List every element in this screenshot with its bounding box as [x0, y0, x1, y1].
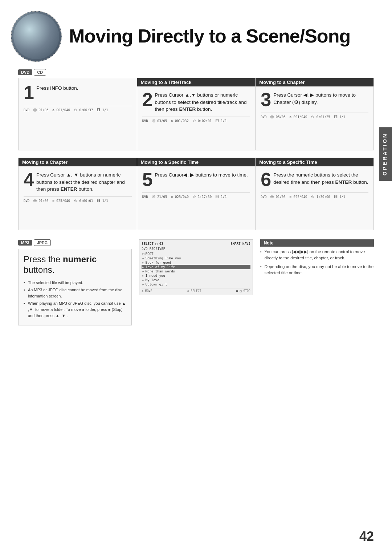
- mp3-bullet-1: The selected file will be played.: [24, 280, 126, 286]
- step-4-status: DVD Ⓗ 01/05 ⚙ 025/040 ⏲ 0:00:01 🎞 1/1: [24, 197, 132, 203]
- step-5-content: 5 Press Cursor◀, ▶ buttons to move to ti…: [142, 170, 250, 189]
- step-6-status: DVD Ⓗ 01/05 ⚙ 025/040 ⏲ 1:30:00 🎞 1/1: [261, 193, 368, 199]
- step-6-header: Moving to a Specific Time: [256, 158, 373, 166]
- step-2-content: 2 Press Cursor ▲,▼ buttons or numeric bu…: [142, 90, 250, 113]
- step-5: Moving to a Specific Time 5 Press Cursor…: [137, 158, 256, 230]
- screen-select-label: SELECT □ 03: [142, 242, 163, 246]
- screen-footer-stop: ■ □ STOP: [236, 289, 250, 293]
- cd-badge: CD: [34, 69, 46, 76]
- step-1: 1 Press INFO button. DVD Ⓗ 01/05 ⚙ 001/0…: [18, 78, 137, 150]
- operation-label: OPERATION: [379, 127, 392, 181]
- screen-item-2: ► Back for good: [142, 260, 250, 265]
- mp3-badge: MP3: [18, 240, 32, 246]
- note-area: Note You can press |◀◀ ▶▶| on the remote…: [260, 239, 374, 278]
- step-5-header: Moving to a Specific Time: [137, 158, 256, 166]
- step-3-number: 3: [261, 90, 271, 109]
- screen-preview: SELECT □ 03 SMART NAVI DVD RECEIVER □ RO…: [139, 239, 253, 295]
- step-3-header: Moving to a Chapter: [256, 78, 373, 86]
- step-3: Moving to a Chapter 3 Press Cursor ◀, ▶ …: [255, 78, 374, 150]
- note-bullet-1: You can press |◀◀ ▶▶| on the remote cont…: [260, 249, 374, 262]
- page-title: Moving Directly to a Scene/Song: [69, 26, 350, 46]
- screen-item-7: ► Uptown girl: [142, 282, 250, 287]
- step-6-number: 6: [261, 170, 271, 189]
- step-4-content: 4 Press Cursor ▲, ▼ buttons or numeric b…: [24, 170, 132, 193]
- step-3-content: 3 Press Cursor ◀, ▶ buttons to move to C…: [261, 90, 368, 109]
- step-2: Moving to a Title/Track 2 Press Cursor ▲…: [137, 78, 256, 150]
- screen-item-3-selected: ► love of my life: [142, 265, 250, 269]
- mp3-box: Press the numeric buttons. The selected …: [18, 249, 132, 325]
- step-5-status: DVD Ⓗ 21/05 ⚙ 025/040 ⏲ 1:17:30 🎞 1/1: [142, 193, 250, 199]
- page-number: 42: [359, 529, 374, 544]
- mp3-bullets: The selected file will be played. An MP3…: [24, 280, 126, 319]
- mp3-press-text: Press the numeric buttons.: [24, 254, 126, 275]
- step-5-number: 5: [142, 170, 153, 189]
- screen-footer: ⊕ MOVE ⊕ SELECT ■ □ STOP: [142, 288, 250, 293]
- screen-item-5: ► I need you: [142, 274, 250, 278]
- step-4-header: Moving to a Chapter: [19, 158, 137, 166]
- dvd-badge: DVD: [18, 69, 32, 75]
- mp3-jpeg-area: MP3 JPEG Press the numeric buttons. The …: [18, 239, 132, 325]
- screen-footer-move: ⊕ MOVE: [142, 289, 152, 293]
- note-bullets: You can press |◀◀ ▶▶| on the remote cont…: [260, 249, 374, 276]
- header-image: [11, 11, 62, 62]
- screen-receiver-label: DVD RECEIVER: [142, 247, 250, 251]
- step-5-text: Press Cursor◀, ▶ buttons to move to time…: [155, 171, 248, 179]
- screen-root-label: ROOT: [146, 252, 154, 256]
- step-2-text: Press Cursor ▲,▼ buttons or numeric butt…: [155, 92, 250, 113]
- screen-item-1: ► Something like you: [142, 256, 250, 260]
- note-bullet-2: Depending on the disc, you may not be ab…: [260, 264, 374, 276]
- step-2-number: 2: [142, 90, 153, 109]
- mp3-bullet-2: An MP3 or JPEG disc cannot be moved from…: [24, 287, 126, 299]
- step-3-text: Press Cursor ◀, ▶ buttons to move to Cha…: [273, 92, 368, 106]
- step-1-content: 1 Press INFO button.: [24, 83, 132, 102]
- mp3-jpeg-badges: MP3 JPEG: [18, 239, 132, 246]
- step-1-text: Press INFO button.: [36, 85, 78, 92]
- step-1-status: DVD Ⓗ 01/05 ⚙ 001/040 ⏲ 0:00:37 🎞 1/1: [24, 106, 132, 113]
- step-1-number: 1: [24, 83, 34, 102]
- screen-root-arrow: □: [142, 252, 144, 256]
- note-header: Note: [260, 239, 374, 247]
- screen-item-4: ► More than words: [142, 269, 250, 274]
- page-header: Moving Directly to a Scene/Song: [0, 0, 392, 65]
- screen-smart-navi: SMART NAVI: [230, 242, 250, 246]
- screen-footer-select: ⊕ SELECT: [187, 289, 201, 293]
- step-4-text: Press Cursor ▲, ▼ buttons or numeric but…: [36, 171, 132, 193]
- mp3-bullet-3: When playing an MP3 or JPEG disc, you ca…: [24, 300, 126, 319]
- screen-item-6: ► My love: [142, 278, 250, 282]
- step-6: Moving to a Specific Time 6 Press the nu…: [255, 158, 374, 230]
- step-2-status: DVD Ⓗ 03/05 ⚙ 001/032 ⏲ 0:02:01 🎞 1/1: [142, 117, 250, 123]
- bottom-section: MP3 JPEG Press the numeric buttons. The …: [18, 239, 374, 325]
- step-4: Moving to a Chapter 4 Press Cursor ▲, ▼ …: [18, 158, 137, 230]
- step-4-number: 4: [24, 170, 34, 189]
- jpeg-badge: JPEG: [34, 239, 51, 246]
- steps-row-2: Moving to a Chapter 4 Press Cursor ▲, ▼ …: [18, 158, 374, 230]
- step-6-text: Press the numeric buttons to select the …: [273, 171, 368, 186]
- step-3-status: DVD Ⓗ 05/05 ⚙ 001/040 ⏲ 0:01:25 🎞 1/1: [261, 113, 368, 119]
- dvd-cd-badges: DVD CD: [18, 69, 374, 76]
- screen-header: SELECT □ 03 SMART NAVI: [142, 242, 250, 246]
- step-6-content: 6 Press the numeric buttons to select th…: [261, 170, 368, 189]
- step-2-header: Moving to a Title/Track: [137, 78, 256, 86]
- screen-root-row: □ ROOT: [142, 252, 250, 256]
- main-content: DVD CD 1 Press INFO button. DVD Ⓗ 01/05 …: [0, 65, 392, 333]
- steps-row-1: 1 Press INFO button. DVD Ⓗ 01/05 ⚙ 001/0…: [18, 78, 374, 150]
